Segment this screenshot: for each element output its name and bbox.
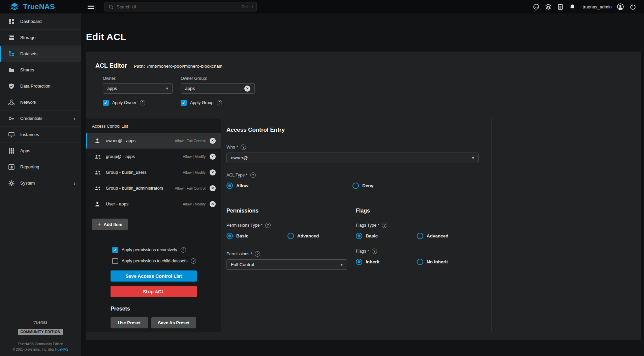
truenas-logo[interactable]: TrueNAS bbox=[0, 2, 81, 11]
owner-label: Owner: bbox=[103, 76, 173, 81]
acl-list-title: Access Control List bbox=[86, 119, 221, 133]
permissions-select[interactable]: Full Control ▾ bbox=[226, 259, 347, 270]
help-icon[interactable]: ? bbox=[241, 144, 246, 150]
path-label: Path: bbox=[134, 64, 145, 69]
permissions-type-advanced-radio[interactable]: Advanced bbox=[287, 233, 319, 239]
help-icon[interactable]: ? bbox=[255, 251, 260, 257]
save-acl-button[interactable]: Save Access Control List bbox=[111, 270, 197, 282]
apply-owner-checkbox[interactable]: ✓ Apply Owner ? bbox=[103, 100, 181, 106]
remove-entry-button[interactable]: ✕ bbox=[210, 154, 216, 160]
acl-entry-name: owner@ - apps bbox=[106, 138, 135, 143]
sidebar-item-label: Dashboard bbox=[20, 19, 42, 24]
bar-chart-icon bbox=[8, 164, 15, 170]
radio-label: Deny bbox=[362, 183, 373, 188]
use-preset-button[interactable]: Use Preset bbox=[111, 317, 148, 328]
save-as-preset-button[interactable]: Save As Preset bbox=[151, 317, 196, 328]
flags-type-label: Flags Type * bbox=[356, 223, 379, 228]
remove-entry-button[interactable]: ✕ bbox=[210, 169, 216, 175]
flags-type-advanced-radio[interactable]: Advanced bbox=[417, 233, 449, 239]
help-icon[interactable]: ? bbox=[140, 100, 145, 105]
acl-entry-permission: Allow | Modify bbox=[183, 202, 206, 206]
acl-type-allow-radio[interactable]: Allow bbox=[226, 183, 352, 189]
flags-type-basic-radio[interactable]: Basic bbox=[356, 233, 417, 239]
flags-inherit-radio[interactable]: Inherit bbox=[356, 259, 417, 265]
edition-badge: COMMUNITY EDITION bbox=[18, 329, 63, 335]
datasets-icon bbox=[8, 51, 15, 57]
owner-group-input[interactable] bbox=[185, 86, 244, 91]
sidebar-item-credentials[interactable]: Credentials › bbox=[0, 110, 81, 127]
acl-entry-row[interactable]: Group - builtin_administrators Allow | F… bbox=[86, 180, 221, 196]
radio-label: Advanced bbox=[297, 233, 319, 238]
username[interactable]: truenas_admin bbox=[583, 4, 612, 9]
key-icon bbox=[8, 115, 15, 122]
sidebar-item-apps[interactable]: Apps bbox=[0, 143, 81, 159]
who-select[interactable]: owner@ ▾ bbox=[226, 153, 479, 163]
group-icon bbox=[94, 153, 102, 160]
jobs-button[interactable] bbox=[555, 2, 565, 12]
clipboard-icon bbox=[557, 3, 564, 10]
power-button[interactable] bbox=[628, 2, 638, 12]
who-value: owner@ bbox=[231, 155, 248, 160]
gear-icon bbox=[8, 180, 15, 187]
acl-entry-row[interactable]: group@ - apps Allow | Modify ✕ bbox=[86, 149, 221, 164]
acl-entry-row[interactable]: owner@ - apps Allow | Full Control ✕ bbox=[86, 133, 221, 149]
apply-group-checkbox[interactable]: ✓ Apply Group ? bbox=[181, 100, 222, 106]
smiley-icon bbox=[533, 3, 540, 10]
clear-owner-group-button[interactable]: ✕ bbox=[244, 86, 250, 92]
child-datasets-checkbox[interactable]: Apply permissions to child datasets ? bbox=[112, 258, 196, 264]
search-box[interactable]: Ctrl + / bbox=[104, 2, 257, 11]
sidebar-item-label: Datasets bbox=[20, 51, 37, 56]
version-button[interactable] bbox=[543, 2, 553, 12]
feedback-button[interactable] bbox=[531, 2, 541, 12]
notifications-button[interactable] bbox=[568, 2, 577, 12]
sidebar-item-data-protection[interactable]: Data Protection bbox=[0, 78, 81, 94]
menu-toggle-button[interactable] bbox=[86, 3, 96, 11]
owner-group-field[interactable]: ✕ bbox=[181, 83, 255, 94]
strip-acl-button[interactable]: Strip ACL bbox=[111, 286, 197, 297]
sidebar-item-storage[interactable]: Storage bbox=[0, 30, 81, 46]
acl-entry-name: Group - builtin_users bbox=[106, 170, 147, 175]
logo-text: TrueNAS bbox=[23, 2, 55, 11]
help-icon[interactable]: ? bbox=[217, 100, 222, 105]
acl-entry-row[interactable]: User - apps Allow | Modify ✕ bbox=[86, 196, 221, 212]
acl-type-deny-radio[interactable]: Deny bbox=[352, 183, 373, 189]
help-icon[interactable]: ? bbox=[250, 172, 256, 178]
sidebar-item-datasets[interactable]: Datasets bbox=[0, 46, 81, 62]
sidebar-item-label: Storage bbox=[20, 35, 36, 40]
acl-editor-title: ACL Editor bbox=[95, 62, 127, 69]
radio-label: Basic bbox=[366, 233, 378, 238]
sidebar-footer: truenas COMMUNITY EDITION TrueNAS® Commu… bbox=[0, 320, 81, 356]
sidebar-item-shares[interactable]: Shares bbox=[0, 62, 81, 78]
user-avatar-icon bbox=[617, 3, 624, 10]
acl-entry-permission: Allow | Full Control bbox=[175, 186, 206, 190]
sidebar-item-network[interactable]: Network bbox=[0, 94, 81, 110]
storage-icon bbox=[8, 34, 15, 41]
access-control-entry-panel: Access Control Entry Who * ? owner@ ▾ AC… bbox=[226, 119, 641, 340]
help-icon[interactable]: ? bbox=[265, 223, 271, 228]
remove-entry-button[interactable]: ✕ bbox=[210, 185, 216, 191]
add-item-button[interactable]: + Add Item bbox=[92, 219, 128, 230]
help-icon[interactable]: ? bbox=[181, 247, 186, 253]
sidebar-item-label: Instances bbox=[20, 132, 39, 137]
help-icon[interactable]: ? bbox=[191, 258, 196, 264]
permissions-type-basic-radio[interactable]: Basic bbox=[226, 233, 287, 239]
flags-no-inherit-radio[interactable]: No Inherit bbox=[417, 259, 448, 265]
recursive-checkbox[interactable]: ✓ Apply permissions recursively ? bbox=[112, 247, 186, 253]
permissions-section: Permissions Permissions Type * ? Basic bbox=[226, 208, 356, 270]
flags-label: Flags * bbox=[356, 249, 369, 254]
group-icon bbox=[94, 169, 102, 176]
owner-select[interactable]: apps ▾ bbox=[103, 83, 173, 94]
hostname: truenas bbox=[33, 320, 48, 325]
user-menu-button[interactable] bbox=[615, 1, 626, 12]
sidebar-item-dashboard[interactable]: Dashboard bbox=[0, 13, 81, 30]
help-icon[interactable]: ? bbox=[372, 249, 377, 254]
sidebar-item-instances[interactable]: Instances bbox=[0, 127, 81, 143]
remove-entry-button[interactable]: ✕ bbox=[210, 201, 216, 207]
truenas-link[interactable]: TrueNAS bbox=[55, 348, 68, 351]
sidebar-item-system[interactable]: System › bbox=[0, 175, 81, 191]
sidebar-item-reporting[interactable]: Reporting bbox=[0, 159, 81, 175]
search-input[interactable] bbox=[117, 4, 239, 9]
acl-entry-row[interactable]: Group - builtin_users Allow | Modify ✕ bbox=[86, 164, 221, 180]
remove-entry-button[interactable]: ✕ bbox=[210, 138, 216, 144]
help-icon[interactable]: ? bbox=[382, 223, 387, 228]
